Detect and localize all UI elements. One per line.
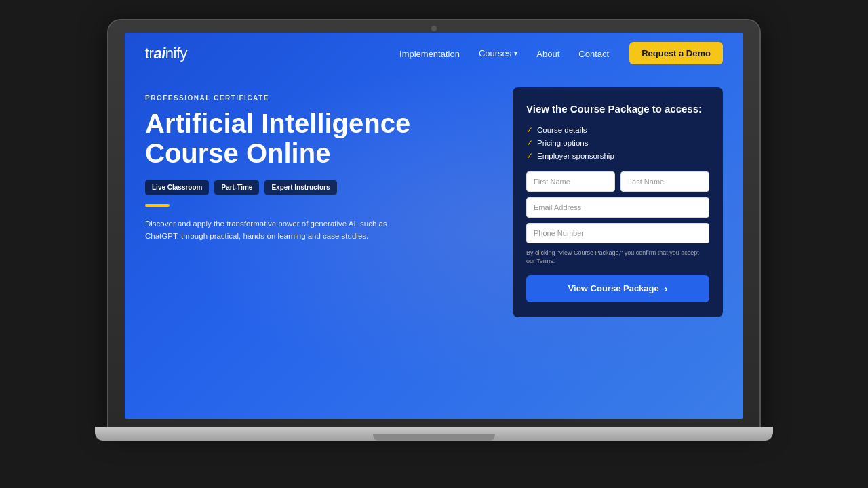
request-demo-button[interactable]: Request a Demo (629, 42, 723, 64)
check-icon-2: ✓ (526, 138, 533, 148)
laptop-container: trainify Implementation Courses ▾ (108, 20, 760, 468)
website: trainify Implementation Courses ▾ (125, 33, 743, 419)
checklist-item-pricing: ✓ Pricing options (526, 138, 709, 148)
hero-description: Discover and apply the transformative po… (145, 218, 403, 243)
check-icon-3: ✓ (526, 151, 533, 161)
first-name-input[interactable] (526, 171, 615, 192)
hero-left: PROFESSIONAL CERTIFICATE Artificial Inte… (145, 87, 499, 243)
hero-title: Artificial Intelligence Course Online (145, 108, 499, 168)
email-row (526, 197, 709, 218)
screen: trainify Implementation Courses ▾ (125, 33, 743, 419)
screen-bezel: trainify Implementation Courses ▾ (108, 20, 760, 427)
checklist-item-course-details: ✓ Course details (526, 125, 709, 135)
phone-input[interactable] (526, 223, 709, 243)
name-row (526, 171, 709, 192)
nav-item-courses[interactable]: Courses ▾ (479, 48, 517, 58)
badge-live-classroom: Live Classroom (145, 180, 209, 195)
logo[interactable]: trainify (145, 45, 187, 62)
laptop-base (95, 427, 773, 441)
phone-row (526, 223, 709, 243)
checklist: ✓ Course details ✓ Pricing options ✓ Emp… (526, 125, 709, 161)
logo-text-tr: tr (145, 45, 153, 62)
hero-badges: Live Classroom Part-Time Expert Instruct… (145, 180, 499, 195)
nav-link-contact[interactable]: Contact (578, 49, 609, 59)
form-card: View the Course Package to access: ✓ Cou… (513, 87, 723, 317)
nav-links: Implementation Courses ▾ About C (399, 47, 609, 60)
form-card-title: View the Course Package to access: (526, 102, 709, 116)
nav-item-about[interactable]: About (536, 47, 559, 60)
checklist-item-sponsorship: ✓ Employer sponsorship (526, 151, 709, 161)
logo-text-rest: nify (165, 45, 187, 62)
nav-link-about[interactable]: About (536, 49, 559, 59)
badge-part-time: Part-Time (214, 180, 259, 195)
chevron-down-icon: ▾ (514, 49, 517, 57)
nav-item-implementation[interactable]: Implementation (399, 47, 460, 60)
email-input[interactable] (526, 197, 709, 218)
badge-expert-instructors: Expert Instructors (264, 180, 336, 195)
check-icon-1: ✓ (526, 125, 533, 135)
nav-link-implementation[interactable]: Implementation (399, 49, 460, 59)
terms-text: By clicking "View Course Package," you c… (526, 249, 709, 266)
navbar: trainify Implementation Courses ▾ (125, 33, 743, 74)
nav-item-contact[interactable]: Contact (578, 47, 609, 60)
terms-link[interactable]: Terms (536, 258, 553, 264)
camera-notch (431, 26, 437, 31)
hero-section: PROFESSIONAL CERTIFICATE Artificial Inte… (125, 74, 743, 338)
arrow-icon: › (665, 283, 668, 294)
professional-cert-tag: PROFESSIONAL CERTIFICATE (145, 94, 499, 102)
view-course-package-button[interactable]: View Course Package › (526, 275, 709, 302)
logo-text-ai: ai (153, 45, 165, 62)
yellow-divider (145, 204, 170, 207)
last-name-input[interactable] (620, 171, 709, 192)
nav-link-courses[interactable]: Courses ▾ (479, 48, 517, 58)
